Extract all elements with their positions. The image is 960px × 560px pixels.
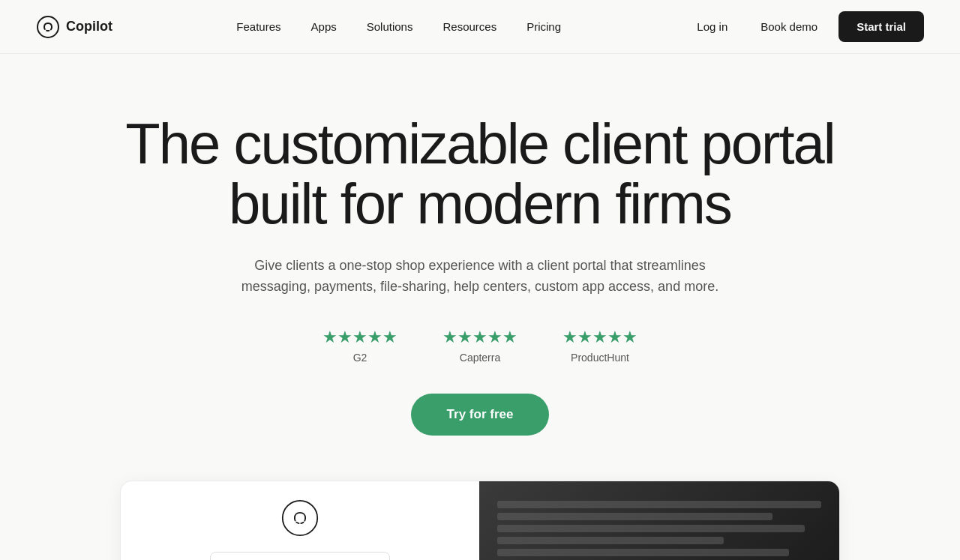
nav-link-solutions[interactable]: Solutions <box>355 14 425 39</box>
producthunt-label: ProductHunt <box>571 352 629 364</box>
nav-link-features[interactable]: Features <box>224 14 292 39</box>
nav-link-apps[interactable]: Apps <box>299 14 349 39</box>
svg-point-1 <box>283 501 317 535</box>
preview-decorative-lines <box>497 501 821 560</box>
preview-left-panel: G Continue with Google <box>121 481 479 560</box>
product-preview: G Continue with Google <box>120 481 840 560</box>
nav-link-pricing[interactable]: Pricing <box>514 14 573 39</box>
g2-stars: ★★★★★ <box>322 328 398 347</box>
logo[interactable]: Copilot <box>36 15 112 39</box>
google-continue-button[interactable]: G Continue with Google <box>210 552 390 560</box>
preview-line-3 <box>497 525 805 532</box>
nav-links: Features Apps Solutions Resources Pricin… <box>224 14 573 39</box>
hero-title: The customizable client portal built for… <box>125 114 834 234</box>
copilot-circle-icon <box>279 499 321 537</box>
nav-right: Log in Book demo Start trial <box>685 11 924 42</box>
producthunt-stars: ★★★★★ <box>562 328 638 347</box>
hero-section: The customizable client portal built for… <box>0 54 960 560</box>
preview-right-panel <box>479 481 839 560</box>
capterra-stars: ★★★★★ <box>442 328 518 347</box>
rating-g2: ★★★★★ G2 <box>322 328 398 364</box>
g2-label: G2 <box>353 352 368 364</box>
preview-line-5 <box>497 549 789 556</box>
login-button[interactable]: Log in <box>685 14 740 39</box>
svg-point-0 <box>38 16 58 37</box>
capterra-label: Capterra <box>460 352 500 364</box>
rating-capterra: ★★★★★ Capterra <box>442 328 518 364</box>
preview-line-1 <box>497 501 821 508</box>
try-for-free-button[interactable]: Try for free <box>411 394 550 436</box>
logo-text: Copilot <box>66 19 112 34</box>
nav-link-resources[interactable]: Resources <box>430 14 508 39</box>
hero-subtitle: Give clients a one-stop shop experience … <box>225 255 735 298</box>
start-trial-button[interactable]: Start trial <box>838 11 924 42</box>
logo-icon <box>36 15 60 39</box>
preview-line-4 <box>497 537 724 544</box>
preview-line-2 <box>497 513 772 520</box>
ratings-section: ★★★★★ G2 ★★★★★ Capterra ★★★★★ ProductHun… <box>322 328 638 364</box>
rating-producthunt: ★★★★★ ProductHunt <box>562 328 638 364</box>
navbar: Copilot Features Apps Solutions Resource… <box>0 0 960 54</box>
book-demo-button[interactable]: Book demo <box>748 14 830 39</box>
preview-image <box>479 481 839 560</box>
